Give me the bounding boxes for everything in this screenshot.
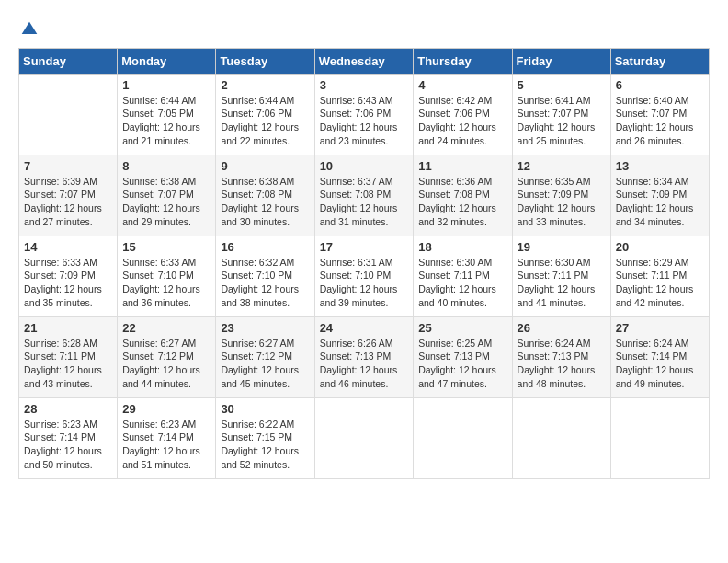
day-info: Sunrise: 6:33 AM Sunset: 7:09 PM Dayligh… bbox=[24, 256, 112, 310]
day-number: 28 bbox=[24, 402, 112, 416]
header-thursday: Thursday bbox=[414, 48, 512, 74]
page-header bbox=[18, 18, 710, 39]
day-info: Sunrise: 6:34 AM Sunset: 7:09 PM Dayligh… bbox=[616, 175, 704, 229]
calendar-cell bbox=[314, 397, 414, 478]
header-saturday: Saturday bbox=[610, 48, 709, 74]
day-number: 13 bbox=[616, 159, 704, 173]
day-info: Sunrise: 6:38 AM Sunset: 7:07 PM Dayligh… bbox=[122, 175, 210, 229]
calendar-cell bbox=[512, 397, 610, 478]
calendar-cell: 26Sunrise: 6:24 AM Sunset: 7:13 PM Dayli… bbox=[512, 316, 610, 397]
day-info: Sunrise: 6:27 AM Sunset: 7:12 PM Dayligh… bbox=[122, 337, 210, 391]
calendar-cell: 22Sunrise: 6:27 AM Sunset: 7:12 PM Dayli… bbox=[118, 316, 216, 397]
day-number: 5 bbox=[518, 78, 606, 92]
day-info: Sunrise: 6:27 AM Sunset: 7:12 PM Dayligh… bbox=[221, 337, 309, 391]
calendar-week-row: 7Sunrise: 6:39 AM Sunset: 7:07 PM Daylig… bbox=[19, 155, 710, 236]
calendar-cell: 5Sunrise: 6:41 AM Sunset: 7:07 PM Daylig… bbox=[512, 74, 610, 155]
calendar-cell bbox=[19, 74, 118, 155]
day-number: 11 bbox=[418, 159, 506, 173]
day-info: Sunrise: 6:23 AM Sunset: 7:14 PM Dayligh… bbox=[122, 418, 210, 472]
calendar-cell bbox=[610, 397, 709, 478]
calendar-week-row: 14Sunrise: 6:33 AM Sunset: 7:09 PM Dayli… bbox=[19, 236, 710, 316]
day-info: Sunrise: 6:38 AM Sunset: 7:08 PM Dayligh… bbox=[221, 175, 309, 229]
day-info: Sunrise: 6:29 AM Sunset: 7:11 PM Dayligh… bbox=[616, 256, 704, 310]
day-info: Sunrise: 6:24 AM Sunset: 7:13 PM Dayligh… bbox=[518, 337, 606, 391]
calendar-cell: 2Sunrise: 6:44 AM Sunset: 7:06 PM Daylig… bbox=[216, 74, 314, 155]
day-number: 27 bbox=[616, 321, 704, 335]
calendar-cell: 21Sunrise: 6:28 AM Sunset: 7:11 PM Dayli… bbox=[19, 316, 118, 397]
calendar-cell: 19Sunrise: 6:30 AM Sunset: 7:11 PM Dayli… bbox=[512, 236, 610, 316]
day-number: 24 bbox=[320, 321, 409, 335]
calendar-cell: 20Sunrise: 6:29 AM Sunset: 7:11 PM Dayli… bbox=[610, 236, 709, 316]
calendar-cell bbox=[414, 397, 512, 478]
header-wednesday: Wednesday bbox=[314, 48, 414, 74]
calendar-cell: 8Sunrise: 6:38 AM Sunset: 7:07 PM Daylig… bbox=[118, 155, 216, 236]
day-info: Sunrise: 6:30 AM Sunset: 7:11 PM Dayligh… bbox=[518, 256, 606, 310]
calendar-week-row: 21Sunrise: 6:28 AM Sunset: 7:11 PM Dayli… bbox=[19, 316, 710, 397]
day-info: Sunrise: 6:42 AM Sunset: 7:06 PM Dayligh… bbox=[418, 94, 506, 148]
calendar-cell: 1Sunrise: 6:44 AM Sunset: 7:05 PM Daylig… bbox=[118, 74, 216, 155]
calendar-cell: 17Sunrise: 6:31 AM Sunset: 7:10 PM Dayli… bbox=[314, 236, 414, 316]
day-info: Sunrise: 6:37 AM Sunset: 7:08 PM Dayligh… bbox=[320, 175, 409, 229]
calendar-cell: 25Sunrise: 6:25 AM Sunset: 7:13 PM Dayli… bbox=[414, 316, 512, 397]
day-info: Sunrise: 6:44 AM Sunset: 7:05 PM Dayligh… bbox=[122, 94, 210, 148]
day-number: 22 bbox=[122, 321, 210, 335]
day-number: 18 bbox=[418, 240, 506, 254]
day-number: 10 bbox=[320, 159, 409, 173]
calendar-cell: 6Sunrise: 6:40 AM Sunset: 7:07 PM Daylig… bbox=[610, 74, 709, 155]
day-number: 8 bbox=[122, 159, 210, 173]
calendar-cell: 11Sunrise: 6:36 AM Sunset: 7:08 PM Dayli… bbox=[414, 155, 512, 236]
day-number: 20 bbox=[616, 240, 704, 254]
logo bbox=[18, 18, 39, 39]
calendar-cell: 27Sunrise: 6:24 AM Sunset: 7:14 PM Dayli… bbox=[610, 316, 709, 397]
logo-icon bbox=[20, 20, 39, 39]
day-number: 19 bbox=[518, 240, 606, 254]
calendar-week-row: 1Sunrise: 6:44 AM Sunset: 7:05 PM Daylig… bbox=[19, 74, 710, 155]
calendar-cell: 16Sunrise: 6:32 AM Sunset: 7:10 PM Dayli… bbox=[216, 236, 314, 316]
day-info: Sunrise: 6:31 AM Sunset: 7:10 PM Dayligh… bbox=[320, 256, 409, 310]
calendar-header-row: SundayMondayTuesdayWednesdayThursdayFrid… bbox=[19, 48, 710, 74]
day-number: 15 bbox=[122, 240, 210, 254]
calendar-cell: 9Sunrise: 6:38 AM Sunset: 7:08 PM Daylig… bbox=[216, 155, 314, 236]
header-friday: Friday bbox=[512, 48, 610, 74]
day-number: 2 bbox=[221, 78, 309, 92]
calendar-cell: 15Sunrise: 6:33 AM Sunset: 7:10 PM Dayli… bbox=[118, 236, 216, 316]
calendar-cell: 7Sunrise: 6:39 AM Sunset: 7:07 PM Daylig… bbox=[19, 155, 118, 236]
day-number: 9 bbox=[221, 159, 309, 173]
calendar-cell: 23Sunrise: 6:27 AM Sunset: 7:12 PM Dayli… bbox=[216, 316, 314, 397]
day-number: 29 bbox=[122, 402, 210, 416]
day-number: 26 bbox=[518, 321, 606, 335]
day-number: 6 bbox=[616, 78, 704, 92]
calendar-cell: 18Sunrise: 6:30 AM Sunset: 7:11 PM Dayli… bbox=[414, 236, 512, 316]
day-number: 4 bbox=[418, 78, 506, 92]
day-info: Sunrise: 6:36 AM Sunset: 7:08 PM Dayligh… bbox=[418, 175, 506, 229]
day-number: 14 bbox=[24, 240, 112, 254]
calendar-cell: 14Sunrise: 6:33 AM Sunset: 7:09 PM Dayli… bbox=[19, 236, 118, 316]
day-info: Sunrise: 6:22 AM Sunset: 7:15 PM Dayligh… bbox=[221, 418, 309, 472]
day-info: Sunrise: 6:43 AM Sunset: 7:06 PM Dayligh… bbox=[320, 94, 409, 148]
day-info: Sunrise: 6:28 AM Sunset: 7:11 PM Dayligh… bbox=[24, 337, 112, 391]
day-number: 3 bbox=[320, 78, 409, 92]
day-number: 12 bbox=[518, 159, 606, 173]
day-number: 23 bbox=[221, 321, 309, 335]
calendar-cell: 24Sunrise: 6:26 AM Sunset: 7:13 PM Dayli… bbox=[314, 316, 414, 397]
day-info: Sunrise: 6:30 AM Sunset: 7:11 PM Dayligh… bbox=[418, 256, 506, 310]
calendar-cell: 3Sunrise: 6:43 AM Sunset: 7:06 PM Daylig… bbox=[314, 74, 414, 155]
day-info: Sunrise: 6:23 AM Sunset: 7:14 PM Dayligh… bbox=[24, 418, 112, 472]
calendar-cell: 29Sunrise: 6:23 AM Sunset: 7:14 PM Dayli… bbox=[118, 397, 216, 478]
calendar-cell: 4Sunrise: 6:42 AM Sunset: 7:06 PM Daylig… bbox=[414, 74, 512, 155]
calendar-cell: 13Sunrise: 6:34 AM Sunset: 7:09 PM Dayli… bbox=[610, 155, 709, 236]
day-info: Sunrise: 6:32 AM Sunset: 7:10 PM Dayligh… bbox=[221, 256, 309, 310]
day-info: Sunrise: 6:26 AM Sunset: 7:13 PM Dayligh… bbox=[320, 337, 409, 391]
day-info: Sunrise: 6:33 AM Sunset: 7:10 PM Dayligh… bbox=[122, 256, 210, 310]
day-info: Sunrise: 6:39 AM Sunset: 7:07 PM Dayligh… bbox=[24, 175, 112, 229]
day-number: 21 bbox=[24, 321, 112, 335]
calendar-table: SundayMondayTuesdayWednesdayThursdayFrid… bbox=[18, 48, 710, 479]
calendar-cell: 30Sunrise: 6:22 AM Sunset: 7:15 PM Dayli… bbox=[216, 397, 314, 478]
day-info: Sunrise: 6:24 AM Sunset: 7:14 PM Dayligh… bbox=[616, 337, 704, 391]
day-info: Sunrise: 6:40 AM Sunset: 7:07 PM Dayligh… bbox=[616, 94, 704, 148]
calendar-cell: 10Sunrise: 6:37 AM Sunset: 7:08 PM Dayli… bbox=[314, 155, 414, 236]
header-monday: Monday bbox=[118, 48, 216, 74]
calendar-cell: 12Sunrise: 6:35 AM Sunset: 7:09 PM Dayli… bbox=[512, 155, 610, 236]
day-info: Sunrise: 6:44 AM Sunset: 7:06 PM Dayligh… bbox=[221, 94, 309, 148]
day-number: 25 bbox=[418, 321, 506, 335]
